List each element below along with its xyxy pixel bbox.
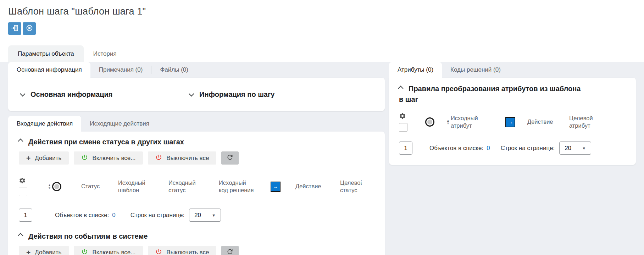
table-divider — [19, 203, 374, 203]
tab-history[interactable]: История — [84, 45, 126, 62]
add-button-label: Добавить — [35, 155, 61, 162]
chevron-down-icon — [189, 91, 194, 96]
add-button[interactable]: + Добавить — [19, 151, 69, 165]
actions-panel: Действия при смене статуса в других шага… — [8, 132, 385, 255]
table-controls — [19, 177, 33, 196]
tab-main-info[interactable]: Основная информация — [8, 62, 90, 78]
tab-notes[interactable]: Примечания (0) — [90, 62, 151, 78]
add-button[interactable]: + Добавить — [19, 246, 69, 255]
main-tabs: Параметры объекта История — [8, 45, 126, 62]
col-source-template: Исходный шаблон — [118, 179, 154, 194]
col-source-attribute: Исходный атрибут — [451, 115, 490, 130]
add-button-label: Добавить — [35, 249, 61, 255]
select-all-checkbox[interactable] — [399, 123, 407, 132]
col-target-status: Целевой статус — [340, 179, 362, 194]
tab-object-params[interactable]: Параметры объекта — [8, 45, 84, 62]
col-source-code: Исходный код решения — [219, 179, 256, 194]
tab-outgoing-actions[interactable]: Исходящие действия — [81, 116, 158, 132]
power-off-icon — [155, 248, 162, 255]
refresh-icon — [226, 154, 234, 163]
section-main-info[interactable]: Основная информация — [21, 90, 190, 99]
power-on-icon — [81, 154, 88, 162]
table-divider — [399, 136, 626, 136]
section-status-actions-label: Действия при смене статуса в других шага… — [28, 138, 184, 146]
enable-all-label: Включить все... — [92, 155, 135, 162]
disable-all-label: Выключить все — [166, 155, 209, 162]
section-step-info-label: Информация по шагу — [199, 90, 274, 99]
tab-decision-codes[interactable]: Коды решений (0) — [442, 62, 509, 78]
section-status-actions[interactable]: Действия при смене статуса в других шага… — [19, 138, 374, 146]
status-table-pagination: 1 Объектов в списке: 0 Строк на странице… — [19, 209, 374, 222]
chevron-up-icon — [18, 233, 23, 239]
tab-files[interactable]: Файлы (0) — [151, 62, 197, 78]
event-actions-button-row: + Добавить Включить все... Выключить все — [19, 246, 374, 255]
tab-attributes[interactable]: Атрибуты (0) — [389, 62, 442, 78]
col-target-attribute: Целевой атрибут — [569, 115, 608, 130]
chevron-up-icon — [18, 139, 23, 144]
delete-button[interactable] — [23, 22, 36, 35]
disable-all-label: Выключить все — [166, 249, 209, 255]
state-radio-icon[interactable] — [425, 117, 434, 127]
sort-arrows-icon[interactable]: ▲ ▼ — [446, 119, 450, 125]
rows-per-page-label: Строк на странице: — [501, 145, 555, 152]
refresh-icon — [226, 248, 234, 255]
sort-and-state-column: ▲ ▼ — [48, 182, 66, 191]
page-header: Шаблон шага "шаблон шага 1" — [0, 0, 644, 62]
status-actions-button-row: + Добавить Включить все... Выключить все — [19, 151, 374, 165]
dropdown-caret-icon: ▼ — [582, 146, 586, 150]
select-all-checkbox[interactable] — [19, 188, 27, 196]
attribute-tabs: Атрибуты (0) Коды решений (0) — [389, 62, 636, 78]
sort-desc-icon: ▼ — [48, 187, 51, 189]
state-radio-icon[interactable] — [52, 182, 61, 191]
move-to-step-button[interactable] — [8, 22, 21, 35]
enable-all-button[interactable]: Включить все... — [74, 151, 143, 165]
col-source-status: Исходный статус — [168, 179, 204, 194]
plus-icon: + — [26, 249, 30, 255]
page-number-button[interactable]: 1 — [399, 142, 412, 155]
tab-incoming-actions[interactable]: Входящие действия — [8, 116, 81, 132]
rows-per-page-select[interactable]: 20 ▼ — [559, 142, 591, 155]
objects-count: Объектов в списке: 0 — [55, 212, 116, 219]
status-table-header: ▲ ▼ Статус Исходный шаблон Исходный стат… — [19, 170, 374, 203]
section-attribute-rules[interactable]: Правила преобразования атрибутов из шабл… — [399, 83, 583, 105]
rules-panel: Правила преобразования атрибутов из шабл… — [389, 78, 636, 165]
gear-icon[interactable] — [19, 177, 33, 186]
objects-count-value[interactable]: 0 — [112, 212, 115, 219]
action-tabs: Входящие действия Исходящие действия — [8, 116, 385, 132]
enable-all-button[interactable]: Включить все... — [74, 246, 143, 255]
objects-count: Объектов в списке: 0 — [429, 145, 490, 152]
refresh-button[interactable] — [221, 246, 239, 255]
enable-all-label: Включить все... — [92, 249, 135, 255]
rows-per-page-value: 20 — [194, 212, 201, 219]
power-off-icon — [155, 154, 162, 162]
rows-per-page-select[interactable]: 20 ▼ — [189, 209, 221, 222]
rules-table-pagination: 1 Объектов в списке: 0 Строк на странице… — [399, 142, 626, 155]
section-event-actions[interactable]: Действия по событиям в системе — [19, 232, 374, 240]
chevron-up-icon — [398, 86, 404, 92]
disable-all-button[interactable]: Выключить все — [148, 246, 216, 255]
arrow-right-icon: → — [271, 182, 281, 192]
objects-count-value[interactable]: 0 — [487, 145, 490, 152]
refresh-button[interactable] — [221, 151, 239, 165]
sort-desc-icon: ▼ — [446, 122, 450, 125]
section-main-info-label: Основная информация — [30, 90, 112, 99]
disable-all-button[interactable]: Выключить все — [148, 151, 216, 165]
power-on-icon — [81, 248, 88, 255]
sort-arrows-icon[interactable]: ▲ ▼ — [48, 184, 51, 189]
table-controls — [399, 112, 413, 132]
info-tabs: Основная информация Примечания (0) Файлы… — [8, 62, 385, 78]
page-number-button[interactable]: 1 — [19, 209, 32, 222]
col-action: Действие — [295, 183, 325, 190]
chevron-down-icon — [20, 91, 26, 96]
objects-count-label: Объектов в списке: — [429, 145, 483, 152]
col-source-attribute-wrap: ▲ ▼ Исходный атрибут — [446, 115, 493, 130]
objects-count-label: Объектов в списке: — [55, 212, 109, 219]
section-step-info[interactable]: Информация по шагу — [190, 90, 385, 99]
rules-table-header: ▲ ▼ Исходный атрибут → Действие Целевой … — [399, 108, 626, 136]
right-column: Атрибуты (0) Коды решений (0) Правила пр… — [389, 62, 636, 165]
dropdown-caret-icon: ▼ — [212, 213, 216, 217]
plus-icon: + — [26, 154, 30, 162]
info-panel: Основная информация Информация по шагу — [8, 78, 385, 111]
gear-icon[interactable] — [399, 112, 413, 121]
object-toolbar — [8, 22, 636, 35]
